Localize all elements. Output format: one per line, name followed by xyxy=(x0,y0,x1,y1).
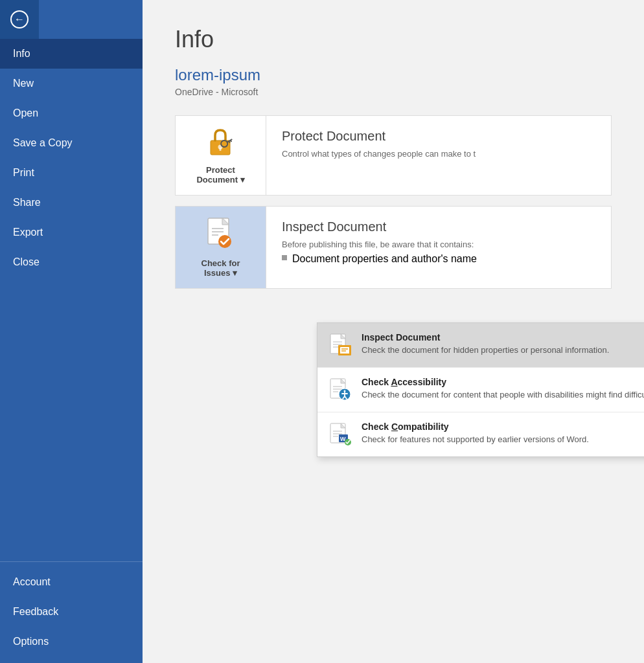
sidebar-item-share[interactable]: Share xyxy=(0,188,143,218)
sidebar-bottom: Account Feedback Options xyxy=(0,556,143,663)
inspect-document-desc: Before publishing this file, be aware th… xyxy=(282,240,595,249)
sidebar-item-print[interactable]: Print xyxy=(0,158,143,188)
check-issues-content: Inspect Document Before publishing this … xyxy=(266,207,611,288)
sidebar-item-close[interactable]: Close xyxy=(0,247,143,277)
back-arrow-icon: ← xyxy=(10,10,29,28)
sidebar-item-options[interactable]: Options xyxy=(0,627,143,657)
sidebar-item-export[interactable]: Export xyxy=(0,218,143,247)
sidebar-item-open[interactable]: Open xyxy=(0,98,143,128)
dropdown-item-accessibility[interactable]: Check Accessibility Check the document f… xyxy=(317,368,644,412)
protect-document-content: Protect Document Control what types of c… xyxy=(266,116,611,195)
check-issues-label: Check forIssues ▾ xyxy=(201,258,240,278)
check-compatibility-text: Check Compatibility Check for features n… xyxy=(362,421,589,445)
bullet-text: Document properties and author's name xyxy=(292,253,477,265)
check-issues-section: Check forIssues ▾ Inspect Document Befor… xyxy=(175,206,612,289)
inspect-document-text: Inspect Document Check the document for … xyxy=(362,332,609,356)
check-compatibility-title: Check Compatibility xyxy=(362,421,589,432)
sidebar-divider xyxy=(0,561,143,562)
check-accessibility-desc: Check the document for content that peop… xyxy=(362,389,644,401)
document-location: OneDrive - Microsoft xyxy=(175,87,612,97)
dropdown-item-inspect[interactable]: Inspect Document Check the document for … xyxy=(317,323,644,368)
check-compatibility-desc: Check for features not supported by earl… xyxy=(362,434,589,445)
svg-line-6 xyxy=(229,141,230,143)
page-title: Info xyxy=(175,26,612,53)
document-title: lorem-ipsum xyxy=(175,66,612,84)
main-content: Info lorem-ipsum OneDrive - Microsoft xyxy=(143,0,644,663)
svg-rect-17 xyxy=(340,347,349,354)
svg-line-5 xyxy=(230,140,231,142)
protect-document-label: ProtectDocument ▾ xyxy=(196,165,244,185)
protect-document-heading: Protect Document xyxy=(282,129,595,144)
protect-document-button[interactable]: ProtectDocument ▾ xyxy=(176,116,266,195)
inspect-document-icon xyxy=(204,217,238,253)
inspect-document-title: Inspect Document xyxy=(362,332,609,343)
sidebar-nav: Info New Open Save a Copy Print Share Ex… xyxy=(0,39,143,663)
check-issues-dropdown: Inspect Document Check the document for … xyxy=(317,322,644,457)
sidebar-item-account[interactable]: Account xyxy=(0,567,143,597)
check-accessibility-icon xyxy=(328,377,354,403)
sidebar-item-save-a-copy[interactable]: Save a Copy xyxy=(0,128,143,158)
check-accessibility-text: Check Accessibility Check the document f… xyxy=(362,377,644,401)
dropdown-item-compatibility[interactable]: W Check Compatibility Check for features… xyxy=(317,412,644,456)
check-accessibility-title: Check Accessibility xyxy=(362,377,644,387)
svg-rect-2 xyxy=(219,148,221,151)
check-accessibility-underline: A xyxy=(391,377,397,387)
inspect-document-heading: Inspect Document xyxy=(282,219,595,234)
sidebar: ← Info New Open Save a Copy Print Share … xyxy=(0,0,143,663)
sidebar-item-info[interactable]: Info xyxy=(0,39,143,69)
inspect-document-bullet: Document properties and author's name xyxy=(282,253,595,265)
inspect-document-desc-dd: Check the document for hidden properties… xyxy=(362,344,609,356)
protect-document-section: ProtectDocument ▾ Protect Document Contr… xyxy=(175,115,612,196)
back-button[interactable]: ← xyxy=(0,0,39,39)
inspect-document-dropdown-icon xyxy=(328,332,354,358)
check-issues-button[interactable]: Check forIssues ▾ xyxy=(176,207,266,288)
bullet-icon xyxy=(282,255,287,260)
check-compatibility-icon: W xyxy=(328,421,354,447)
check-compatibility-underline: C xyxy=(391,421,398,432)
protect-document-desc: Control what types of changes people can… xyxy=(282,149,595,159)
svg-point-25 xyxy=(344,390,346,392)
sidebar-item-feedback[interactable]: Feedback xyxy=(0,597,143,627)
lock-key-icon xyxy=(204,126,238,160)
sidebar-item-new[interactable]: New xyxy=(0,69,143,98)
